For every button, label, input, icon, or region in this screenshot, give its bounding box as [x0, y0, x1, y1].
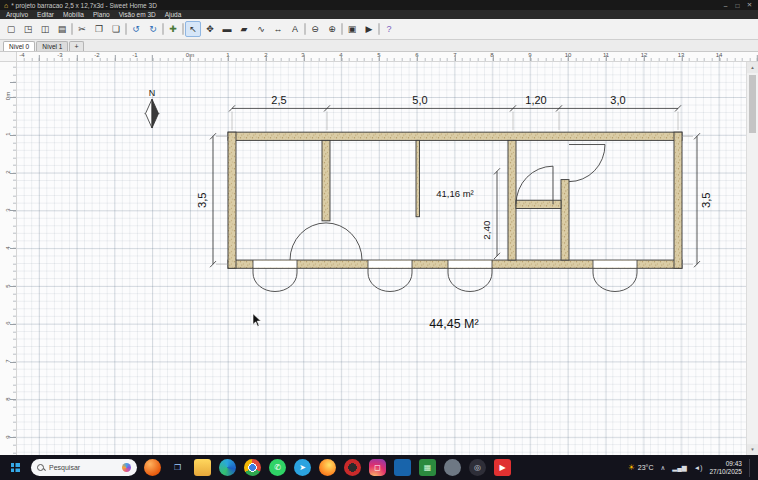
dimension-label-3-0: 3,0 — [610, 94, 625, 106]
toolbar-separator — [71, 23, 73, 35]
mouse-cursor — [253, 314, 261, 327]
create-rooms-tool[interactable]: ▰ — [236, 21, 252, 37]
network-icon[interactable]: ▂▄▆ — [672, 464, 687, 472]
compass-n-label: N — [149, 88, 155, 98]
app-window: ⌂ * projeto barracao 2,5 x 12,7x3d - Swe… — [0, 0, 758, 467]
save-button[interactable]: ◫ — [37, 21, 53, 37]
taskbar-app-taskview[interactable]: ❒ — [169, 459, 186, 476]
taskbar-app-gray[interactable] — [444, 459, 461, 476]
dimension-label-5-0: 5,0 — [412, 94, 427, 106]
taskbar-app-green[interactable]: ▦ — [419, 459, 436, 476]
menu-bar: ArquivoEditarMobíliaPlanoVisão em 3DAjud… — [0, 10, 758, 19]
add-text-tool[interactable]: A — [287, 21, 303, 37]
scroll-up-arrow[interactable]: ▲ — [747, 62, 758, 73]
toolbar-separator — [182, 23, 184, 35]
open-button[interactable]: ◳ — [20, 21, 36, 37]
hidden-icons-chevron[interactable]: ∧ — [660, 464, 665, 472]
search-placeholder: Pesquisar — [49, 464, 118, 471]
taskbar-app-firefox[interactable] — [319, 459, 336, 476]
toolbar-separator — [378, 23, 380, 35]
redo-button[interactable]: ↻ — [145, 21, 161, 37]
taskbar-app-explorer[interactable] — [194, 459, 211, 476]
level-tab-1[interactable]: Nível 1 — [36, 41, 68, 51]
pan-tool[interactable]: ✥ — [202, 21, 218, 37]
taskbar-app-obs[interactable]: ◎ — [469, 459, 486, 476]
temperature-label: 23°C — [638, 464, 654, 471]
menu-visao-3d[interactable]: Visão em 3D — [119, 11, 156, 18]
toolbar-separator — [304, 23, 306, 35]
taskbar-app-instagram[interactable]: ◻ — [369, 459, 386, 476]
create-video-button[interactable]: ▶ — [361, 21, 377, 37]
toolbar-separator — [341, 23, 343, 35]
search-icon — [37, 464, 45, 472]
level-tabs: Nível 0 Nível 1 + — [0, 40, 758, 52]
menu-plano[interactable]: Plano — [93, 11, 110, 18]
create-photo-button[interactable]: ▣ — [344, 21, 360, 37]
taskbar-app-edge[interactable] — [219, 459, 236, 476]
cut-button[interactable]: ✂ — [74, 21, 90, 37]
minimize-button[interactable]: – — [721, 2, 730, 9]
compass[interactable]: N — [144, 88, 160, 128]
taskbar-app-telegram[interactable]: ➤ — [294, 459, 311, 476]
add-furniture-button[interactable]: ✚ — [165, 21, 181, 37]
clock-time: 09:43 — [709, 460, 742, 468]
scroll-down-arrow[interactable]: ▼ — [747, 444, 758, 455]
menu-arquivo[interactable]: Arquivo — [6, 11, 28, 18]
dimension-lines[interactable] — [210, 105, 700, 267]
volume-icon[interactable]: ◄) — [694, 464, 703, 471]
plan-canvas[interactable]: N — [17, 62, 746, 455]
undo-button[interactable]: ↺ — [128, 21, 144, 37]
window-title: * projeto barracao 2,5 x 12,7x3d - Sweet… — [11, 2, 718, 9]
weather-widget[interactable]: ☀ 23°C — [628, 463, 654, 472]
walls[interactable] — [228, 132, 682, 268]
total-area-label: 44,45 M² — [429, 317, 478, 331]
menu-mobilia[interactable]: Mobília — [63, 11, 84, 18]
doors[interactable] — [253, 145, 637, 292]
taskbar-search[interactable]: Pesquisar — [31, 459, 137, 476]
taskbar-clock[interactable]: 09:43 27/10/2025 — [709, 460, 742, 476]
dimension-label-2-5: 2,5 — [271, 94, 286, 106]
dimension-label-2-40: 2,40 — [481, 221, 492, 240]
create-dimensions-tool[interactable]: ↔ — [270, 21, 286, 37]
taskbar-app-game[interactable] — [144, 459, 161, 476]
toolbar: ▢ ◳ ◫ ▤ ✂ ❐ ❏ ↺ ↻ — [0, 19, 758, 40]
paste-button[interactable]: ❏ — [108, 21, 124, 37]
taskbar-app-red[interactable]: ▶ — [494, 459, 511, 476]
title-bar[interactable]: ⌂ * projeto barracao 2,5 x 12,7x3d - Swe… — [0, 0, 758, 10]
weather-icon: ☀ — [628, 463, 635, 472]
horizontal-ruler: -4-3-2-10m1234567891011121314 — [17, 52, 758, 62]
create-polylines-tool[interactable]: ∿ — [253, 21, 269, 37]
zoom-out-button[interactable]: ⊖ — [307, 21, 323, 37]
show-desktop-button[interactable] — [749, 459, 752, 477]
copy-button[interactable]: ❐ — [91, 21, 107, 37]
taskbar-app-whatsapp[interactable]: ✆ — [269, 459, 286, 476]
menu-editar[interactable]: Editar — [37, 11, 54, 18]
app-icon: ⌂ — [4, 2, 8, 9]
zoom-in-button[interactable]: ⊕ — [324, 21, 340, 37]
windows-logo-icon — [11, 463, 20, 472]
taskbar-app-opera[interactable] — [344, 459, 361, 476]
close-button[interactable]: ✕ — [745, 1, 754, 9]
vertical-scroll-thumb[interactable] — [749, 75, 756, 133]
vertical-scrollbar[interactable]: ▲ ▼ — [746, 62, 758, 455]
maximize-button[interactable]: □ — [733, 2, 742, 9]
taskbar-app-chrome[interactable] — [244, 459, 261, 476]
plan-labels: 2,5 5,0 1,20 3,0 3,5 3,5 2,40 41,16 m² 4… — [196, 94, 712, 331]
floor-plan[interactable]: N — [17, 62, 746, 455]
clock-date: 27/10/2025 — [709, 468, 742, 476]
search-highlights-icon — [122, 463, 131, 472]
desktop: ⌂ * projeto barracao 2,5 x 12,7x3d - Swe… — [0, 0, 758, 480]
select-tool[interactable]: ↖ — [185, 21, 201, 37]
level-tab-0[interactable]: Nível 0 — [3, 41, 35, 51]
room-area-label: 41,16 m² — [436, 188, 474, 199]
taskbar-app-blue[interactable] — [394, 459, 411, 476]
new-home-button[interactable]: ▢ — [3, 21, 19, 37]
help-button[interactable]: ? — [381, 21, 397, 37]
add-level-button[interactable]: + — [69, 41, 83, 51]
menu-ajuda[interactable]: Ajuda — [165, 11, 182, 18]
ruler-row: -4-3-2-10m1234567891011121314 — [0, 52, 758, 62]
print-button[interactable]: ▤ — [54, 21, 70, 37]
start-button[interactable] — [6, 459, 24, 477]
taskbar: Pesquisar ❒ ✆ ➤ ◻ — [0, 455, 758, 480]
create-walls-tool[interactable]: ▬ — [219, 21, 235, 37]
